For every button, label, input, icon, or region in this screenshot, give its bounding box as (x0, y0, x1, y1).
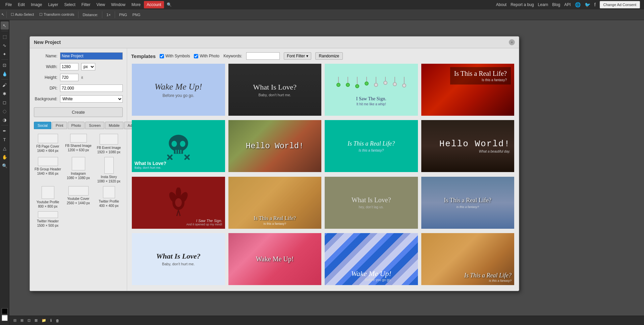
dpi-input[interactable] (60, 85, 123, 92)
template-item-5[interactable]: What Is Love? Baby, don't hurt me. (131, 119, 226, 174)
menu-image[interactable]: Image (28, 1, 45, 8)
menu-view[interactable]: View (94, 1, 108, 8)
api-link[interactable]: API (564, 2, 571, 7)
tab-mobile[interactable]: Mobile (105, 122, 123, 129)
template-item-13[interactable]: What Is Love? Baby, don't hurt me. (131, 232, 226, 287)
background-color[interactable] (2, 315, 8, 321)
size-twitter-header[interactable]: Twitter Header1500 × 500 px (34, 211, 62, 228)
twitter-icon[interactable]: 🐦 (585, 2, 590, 7)
crop-tool[interactable]: ⊡ (1, 61, 9, 69)
menu-layer[interactable]: Layer (45, 1, 61, 8)
stamp-tool[interactable]: ✱ (1, 90, 9, 98)
toolbar: ↖ ☐ Auto-Select ☐ Transform controls Dis… (0, 9, 644, 20)
auto-select-checkbox[interactable]: ☐ Auto-Select (9, 12, 36, 17)
format-png-2[interactable]: PNG (130, 12, 143, 17)
eyedrop-tool[interactable]: 💧 (1, 70, 9, 78)
keywords-input[interactable] (246, 52, 280, 60)
info-icon[interactable]: ℹ (49, 318, 53, 323)
hand-tool[interactable]: ✋ (1, 153, 9, 161)
template-item-11[interactable]: What Is Love? hey, don't lag us. (324, 176, 419, 230)
size-yt-cover[interactable]: Youtube Cover2560 × 1440 px (64, 186, 92, 209)
reddit-icon[interactable]: 🌐 (575, 2, 581, 7)
tab-photo[interactable]: Photo (68, 122, 85, 129)
learn-link[interactable]: Learn (538, 2, 548, 7)
with-symbols-label[interactable]: With Symbols (160, 54, 190, 58)
facebook-icon[interactable]: f (594, 2, 596, 7)
name-input[interactable] (60, 52, 123, 60)
change-ad-consent-button[interactable]: Change Ad Consent (600, 1, 640, 8)
actual-size-icon[interactable]: ⊠ (33, 318, 39, 323)
report-bug-link[interactable]: Report a bug (511, 2, 534, 7)
with-photo-checkbox[interactable] (194, 54, 198, 58)
pen-tool[interactable]: ✒ (1, 127, 9, 135)
width-unit-select[interactable]: pxincm (81, 63, 95, 70)
size-fb-group[interactable]: FB Group Header1640 × 856 px (34, 157, 62, 183)
zoom-tool[interactable]: 🔍 (1, 162, 9, 170)
tab-social[interactable]: Social (34, 122, 51, 129)
dodge-tool[interactable]: ◑ (1, 116, 9, 124)
size-instagram[interactable]: Instagram1080 × 1080 px (64, 157, 92, 183)
text-tool[interactable]: T (1, 136, 9, 144)
menu-filter[interactable]: Filter (79, 1, 93, 8)
blur-tool[interactable]: ◌ (1, 107, 9, 115)
size-fb-shared[interactable]: FB Shared Image1200 × 630 px (64, 134, 92, 154)
template-item-15[interactable]: Wake Me Up! Before you go go. (324, 232, 419, 287)
brush-tool[interactable]: 🖌 (1, 81, 9, 89)
size-twitter-profile[interactable]: Twitter Profile400 × 400 px (95, 186, 123, 209)
zoom-out-icon[interactable]: ⊟ (12, 318, 18, 323)
about-link[interactable]: About (496, 2, 506, 7)
size-fb-page-cover[interactable]: FB Page Cover1640 × 664 px (34, 134, 62, 154)
template-item-6[interactable]: Hello World! (228, 119, 322, 174)
size-insta-story[interactable]: Insta Story1080 × 1920 px (95, 157, 123, 183)
template-item-10[interactable]: Is This a Real Life? Is this a fantasy? (228, 176, 322, 230)
menu-edit[interactable]: Edit (15, 1, 28, 8)
template-item-16[interactable]: Is This a Real Life? Is this a fantasy? (421, 232, 515, 287)
size-fb-event[interactable]: FB Event Image1920 × 1080 px (95, 134, 123, 154)
eraser-tool[interactable]: ◻ (1, 98, 9, 106)
folder-icon[interactable]: 📁 (40, 318, 48, 323)
with-symbols-checkbox[interactable] (160, 54, 164, 58)
search-icon[interactable]: 🔍 (166, 1, 173, 8)
canvas-area: New Project × Name: Width: (9, 20, 644, 325)
fit-icon[interactable]: ⊡ (26, 318, 32, 323)
size-yt-profile[interactable]: Youtube Profile800 × 800 px (34, 186, 62, 209)
template-item-12[interactable]: Is This a Real Life? Is this a fantasy? (421, 176, 515, 230)
wand-tool[interactable]: ✦ (1, 50, 9, 58)
height-input[interactable] (60, 74, 78, 81)
template-item-8[interactable]: Hello World! What a beautiful day. (421, 119, 515, 174)
menu-select[interactable]: Select (61, 1, 78, 8)
tab-screen[interactable]: Screen (85, 122, 104, 129)
zoom-in-icon[interactable]: ⊞ (19, 318, 25, 323)
width-input[interactable] (60, 63, 78, 70)
blog-link[interactable]: Blog (552, 2, 560, 7)
menu-account[interactable]: Account (144, 1, 164, 8)
template-item-3[interactable]: I Saw The Sign. It hit me like a whip! (324, 63, 419, 117)
zoom-level[interactable]: 1× (104, 12, 113, 17)
with-photo-label[interactable]: With Photo (194, 54, 219, 58)
format-png-1[interactable]: PNG (117, 12, 129, 17)
lasso-tool[interactable]: ∿ (1, 41, 9, 49)
template-item-1[interactable]: Wake Me Up! Before you go go. (131, 63, 226, 117)
dialog-close-button[interactable]: × (509, 39, 515, 45)
move-tool[interactable]: ↖ (1, 21, 9, 30)
bg-select[interactable]: WhiteBlackTransparent (60, 95, 123, 103)
template-item-14[interactable]: Wake Me Up! (228, 232, 322, 287)
randomize-button[interactable]: Randomize (315, 52, 343, 60)
select-tool[interactable]: ⬚ (1, 33, 9, 41)
foreground-color[interactable] (2, 308, 8, 314)
menu-more[interactable]: More (129, 1, 143, 8)
menu-window[interactable]: Window (108, 1, 128, 8)
size-grid: FB Page Cover1640 × 664 px FB Shared Ima… (34, 134, 123, 228)
transform-controls-checkbox[interactable]: ☐ Transform controls (37, 12, 76, 17)
template-item-4[interactable]: Is This a Real Life? Is this a fantasy? (421, 63, 515, 117)
font-filter-button[interactable]: Font Filter ▾ (284, 52, 311, 60)
tab-print[interactable]: Print (52, 122, 67, 129)
shape-tool[interactable]: △ (1, 144, 9, 152)
menu-file[interactable]: File (3, 1, 14, 8)
template-item-9[interactable]: I Saw The Sign. And it opened up my mind… (131, 176, 226, 230)
template-item-2[interactable]: What Is Love? Baby, don't hurt me. (228, 63, 322, 117)
create-button[interactable]: Create (34, 107, 123, 117)
template-item-7[interactable]: Is This a Real Life? Is this a fantasy? (324, 119, 419, 174)
toolbar-arrow-icon[interactable]: ↖ (1, 12, 4, 17)
trash-icon[interactable]: 🗑 (54, 318, 61, 323)
